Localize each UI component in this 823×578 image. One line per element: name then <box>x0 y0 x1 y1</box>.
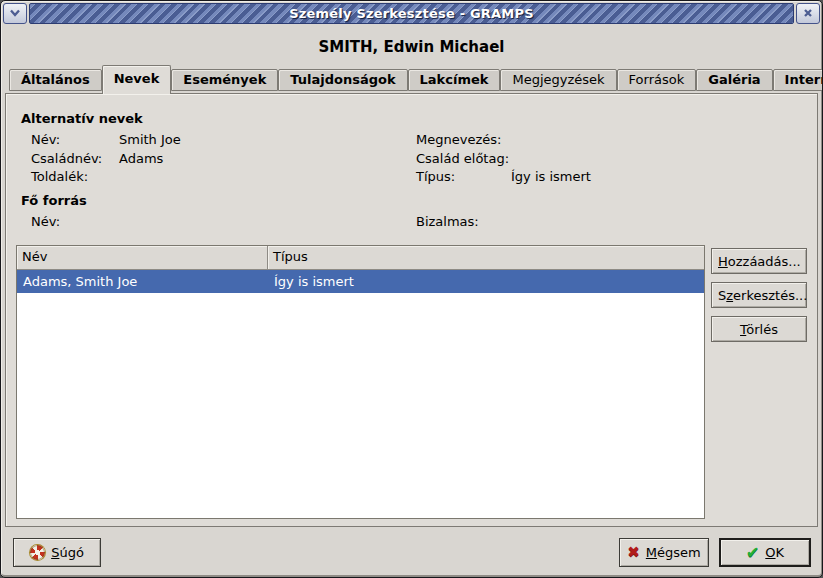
field-label-csaladnev: Családnév: <box>31 150 119 169</box>
list-buttons: Hozzáadás... Szerkesztés... Törlés <box>711 245 807 519</box>
tab-internet[interactable]: Internet <box>773 69 823 91</box>
tab-lakcimek[interactable]: Lakcímek <box>408 69 501 91</box>
row-type-cell: Így is ismert <box>268 270 704 293</box>
row-name-cell: Adams, Smith Joe <box>17 270 268 293</box>
field-value-megnevezes <box>511 131 817 150</box>
field-label-nev: Név: <box>31 131 119 150</box>
person-editor-window: Személy Szerkesztése - GRAMPS SMITH, Edw… <box>0 0 823 578</box>
tab-galeria[interactable]: Galéria <box>696 69 772 91</box>
help-button[interactable]: Súgó <box>13 538 101 567</box>
primary-source-section-title: Fő forrás <box>21 193 817 209</box>
tab-forrasok[interactable]: Források <box>617 69 697 91</box>
field-value-tipus: Így is ismert <box>511 168 817 187</box>
field-label-forras-nev: Név: <box>31 213 119 232</box>
window-menu-button[interactable] <box>3 3 27 24</box>
alt-names-section-title: Alternatív nevek <box>21 111 817 127</box>
window-close-button[interactable] <box>796 3 820 24</box>
names-table: Név Típus Adams, Smith Joe Így is ismert <box>16 245 705 519</box>
field-value-forras-nev <box>119 213 416 232</box>
field-label-bizalmas: Bizalmas: <box>416 213 511 232</box>
cancel-button[interactable]: ✖ Mégsem <box>619 538 709 567</box>
tab-nevek[interactable]: Nevek <box>102 65 172 94</box>
tab-megjegyzesek[interactable]: Megjegyzések <box>500 69 616 91</box>
field-label-csalad-elotag: Család előtag: <box>416 150 511 169</box>
column-header-tipus[interactable]: Típus <box>268 246 704 270</box>
red-x-icon: ✖ <box>627 545 640 560</box>
names-table-header: Név Típus <box>17 246 704 270</box>
tab-bar: Általános Nevek Események Tulajdonságok … <box>9 65 822 93</box>
names-list-area: Név Típus Adams, Smith Joe Így is ismert… <box>16 245 807 519</box>
field-value-toldalek <box>119 168 416 187</box>
green-check-icon: ✔ <box>746 545 759 561</box>
tab-tulajdonsagok[interactable]: Tulajdonságok <box>278 69 407 91</box>
delete-button[interactable]: Törlés <box>711 316 807 342</box>
field-value-bizalmas <box>511 213 817 232</box>
edit-button[interactable]: Szerkesztés... <box>711 282 807 308</box>
names-tab-panel: Alternatív nevek Név: Smith Joe Megnevez… <box>5 93 818 527</box>
field-value-csalad-elotag <box>511 150 817 169</box>
ok-button[interactable]: ✔ OK <box>719 538 811 567</box>
column-header-nev[interactable]: Név <box>17 246 268 270</box>
field-label-tipus: Típus: <box>416 168 511 187</box>
titlebar: Személy Szerkesztése - GRAMPS <box>3 3 820 24</box>
field-label-toldalek: Toldalék: <box>31 168 119 187</box>
dialog-action-area: Súgó ✖ Mégsem ✔ OK <box>13 538 811 567</box>
alt-names-fields: Név: Smith Joe Megnevezés: Családnév: Ad… <box>31 131 817 187</box>
add-button[interactable]: Hozzáadás... <box>711 248 807 274</box>
field-value-nev: Smith Joe <box>119 131 416 150</box>
field-label-megnevezes: Megnevezés: <box>416 131 511 150</box>
page-title: SMITH, Edwin Michael <box>1 38 822 56</box>
close-icon <box>803 6 813 21</box>
life-ring-icon <box>30 545 45 560</box>
tab-esemenyek[interactable]: Események <box>171 69 278 91</box>
primary-source-fields: Név: Bizalmas: <box>31 213 817 232</box>
chevron-down-icon <box>9 6 21 21</box>
titlebar-stripes[interactable]: Személy Szerkesztése - GRAMPS <box>29 3 794 24</box>
window-title: Személy Szerkesztése - GRAMPS <box>289 6 534 21</box>
table-row[interactable]: Adams, Smith Joe Így is ismert <box>17 270 704 293</box>
tab-altalanos[interactable]: Általános <box>9 69 102 91</box>
field-value-csaladnev: Adams <box>119 150 416 169</box>
